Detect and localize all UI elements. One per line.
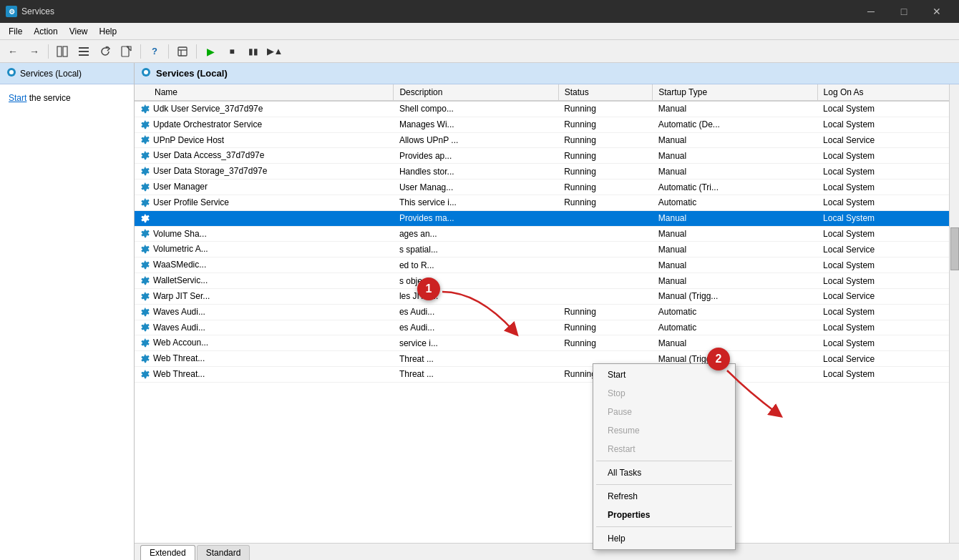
cell-name: Waves Audi... — [135, 320, 394, 335]
help-button[interactable]: ? — [145, 42, 165, 61]
cell-name: User Profile Service — [135, 195, 394, 210]
scope-button[interactable] — [172, 42, 193, 61]
cell-status: Running — [558, 320, 653, 335]
scrollbar-thumb[interactable] — [950, 227, 959, 270]
cell-logon: Local System — [817, 195, 958, 210]
cell-description: ed to R... — [394, 257, 558, 273]
right-panel-icon — [140, 67, 152, 80]
close-button[interactable]: ✕ — [920, 0, 953, 23]
table-row[interactable]: Web Threat...Threat ...RunningAutomaticL… — [135, 367, 959, 383]
svg-rect-0 — [57, 46, 62, 57]
table-row[interactable]: Provides ma...ManualLocal System — [135, 210, 959, 226]
cell-description: Threat ... — [394, 351, 558, 367]
cell-logon: Local Service — [817, 288, 958, 304]
table-row[interactable]: Web Accoun...service i...RunningManualLo… — [135, 335, 959, 351]
cell-description: s spatial... — [394, 242, 558, 257]
menu-bar: File Action View Help — [0, 23, 959, 40]
cell-name: WaaSMedic... — [135, 257, 394, 273]
table-row[interactable]: Waves Audi...es Audi...RunningAutomaticL… — [135, 304, 959, 320]
cell-logon: Local Service — [817, 351, 958, 367]
refresh-button[interactable] — [95, 42, 115, 61]
cell-status — [558, 288, 653, 304]
table-row[interactable]: Waves Audi...es Audi...RunningAutomaticL… — [135, 320, 959, 335]
scrollbar[interactable] — [949, 84, 959, 543]
table-row[interactable]: Volume Sha...ages an...ManualLocal Syste… — [135, 226, 959, 242]
menu-action[interactable]: Action — [28, 24, 63, 39]
minimize-button[interactable]: ─ — [855, 0, 887, 23]
cell-startup: Automatic (Tri... — [653, 180, 817, 195]
svg-rect-3 — [79, 51, 89, 52]
col-logon[interactable]: Log On As — [817, 84, 958, 101]
menu-view[interactable]: View — [64, 24, 94, 39]
cell-description: Provides ap... — [394, 148, 558, 164]
back-button[interactable]: ← — [3, 42, 23, 61]
cell-description: Shell compo... — [394, 101, 558, 117]
context-menu-pause: Pause — [593, 403, 735, 421]
context-menu-properties[interactable]: Properties — [593, 506, 735, 524]
table-row[interactable]: Web Threat...Threat ...Manual (Trigg...L… — [135, 351, 959, 367]
cell-name: Udk User Service_37d7d97e — [135, 101, 394, 117]
cell-status: Running — [558, 132, 653, 148]
cell-status: Running — [558, 117, 653, 132]
window-title: Services — [21, 6, 855, 16]
pause-button[interactable]: ▮▮ — [243, 42, 263, 61]
cell-startup: Manual — [653, 101, 817, 117]
cell-name — [135, 210, 394, 226]
cell-startup: Manual — [653, 242, 817, 257]
context-menu-help[interactable]: Help — [593, 529, 735, 548]
svg-rect-2 — [79, 47, 89, 49]
table-row[interactable]: User Data Storage_37d7d97eHandles stor..… — [135, 164, 959, 180]
tab-standard[interactable]: Standard — [197, 545, 250, 560]
forward-button[interactable]: → — [24, 42, 44, 61]
cell-status — [558, 226, 653, 242]
table-row[interactable]: UPnP Device HostAllows UPnP ...RunningMa… — [135, 132, 959, 148]
cell-name: WalletServic... — [135, 273, 394, 289]
col-status[interactable]: Status — [558, 84, 653, 101]
restart-button[interactable]: ▶▲ — [265, 42, 285, 61]
cell-name: Warp JIT Ser... — [135, 288, 394, 304]
svg-rect-1 — [63, 46, 67, 57]
table-row[interactable]: Udk User Service_37d7d97eShell compo...R… — [135, 101, 959, 117]
start-link[interactable]: Start — [9, 93, 26, 103]
arrow-1 — [435, 285, 521, 344]
cell-status: Running — [558, 195, 653, 210]
context-menu-refresh[interactable]: Refresh — [593, 487, 735, 506]
export-button[interactable] — [117, 42, 137, 61]
table-row[interactable]: Warp JIT Ser...les JIT c...Manual (Trigg… — [135, 288, 959, 304]
stop-button[interactable]: ■ — [222, 42, 242, 61]
play-button[interactable]: ▶ — [200, 42, 220, 61]
cell-status — [558, 257, 653, 273]
col-startup[interactable]: Startup Type — [653, 84, 817, 101]
table-row[interactable]: Update Orchestrator ServiceManages Wi...… — [135, 117, 959, 132]
menu-help[interactable]: Help — [94, 24, 123, 39]
table-row[interactable]: WaaSMedic...ed to R...ManualLocal System — [135, 257, 959, 273]
cell-status: Running — [558, 335, 653, 351]
table-row[interactable]: User Profile ServiceThis service i...Run… — [135, 195, 959, 210]
table-row[interactable]: User ManagerUser Manag...RunningAutomati… — [135, 180, 959, 195]
table-row[interactable]: Volumetric A...s spatial...ManualLocal S… — [135, 242, 959, 257]
list-view-button[interactable] — [74, 42, 94, 61]
cell-description: Allows UPnP ... — [394, 132, 558, 148]
col-name[interactable]: Name — [135, 84, 394, 101]
toolbar-sep-1 — [48, 44, 49, 59]
col-description[interactable]: Description — [394, 84, 558, 101]
cell-name: Web Threat... — [135, 351, 394, 367]
context-menu-all-tasks[interactable]: All Tasks — [593, 463, 735, 482]
cell-description: User Manag... — [394, 180, 558, 195]
show-hide-tree-button[interactable] — [52, 42, 72, 61]
cell-name: Volume Sha... — [135, 226, 394, 242]
cell-name: UPnP Device Host — [135, 132, 394, 148]
table-row[interactable]: User Data Access_37d7d97eProvides ap...R… — [135, 148, 959, 164]
cell-name: Volumetric A... — [135, 242, 394, 257]
table-row[interactable]: WalletServic...s object...ManualLocal Sy… — [135, 273, 959, 289]
cell-name: Update Orchestrator Service — [135, 117, 394, 132]
menu-file[interactable]: File — [3, 24, 28, 39]
maximize-button[interactable]: □ — [887, 0, 920, 23]
cell-logon: Local System — [817, 180, 958, 195]
services-table[interactable]: Name Description Status Startup Type Log… — [135, 84, 959, 543]
svg-rect-4 — [79, 54, 89, 56]
window-controls: ─ □ ✕ — [855, 0, 953, 23]
tab-extended[interactable]: Extended — [140, 545, 195, 560]
cell-logon: Local System — [817, 320, 958, 335]
cell-startup: Manual — [653, 210, 817, 226]
